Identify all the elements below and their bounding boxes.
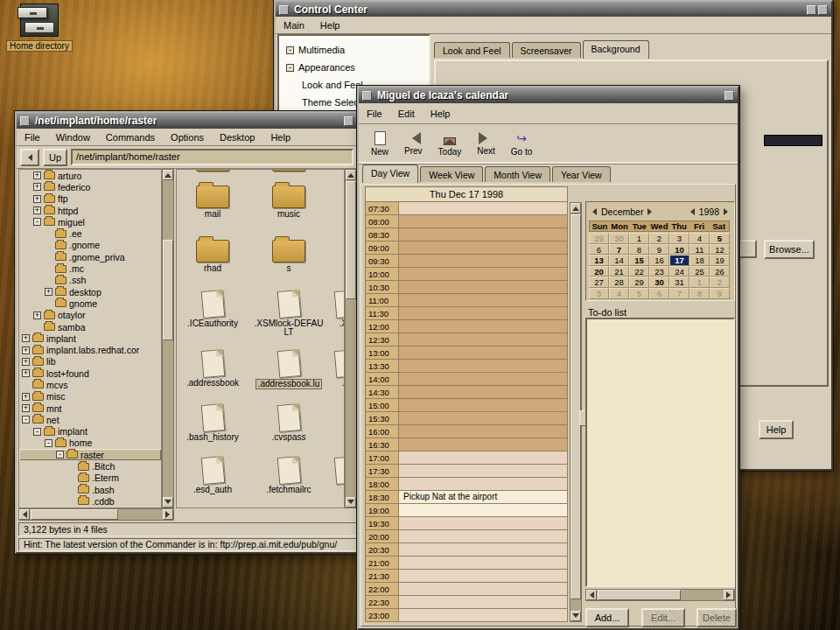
minical-day[interactable]: 19 bbox=[710, 255, 730, 266]
maximize-button[interactable] bbox=[818, 5, 828, 15]
file-icon-item[interactable]: .ICEauthority bbox=[178, 290, 248, 328]
expander-icon[interactable]: + bbox=[22, 358, 30, 366]
scroll-left-button[interactable] bbox=[586, 590, 597, 600]
tab-screensaver[interactable]: Screensaver bbox=[512, 42, 581, 58]
scroll-down-button[interactable] bbox=[163, 497, 173, 508]
tree-item[interactable]: +mnt bbox=[19, 402, 161, 414]
tree-item[interactable]: -miguel bbox=[19, 216, 161, 228]
toolbar-new-button[interactable]: New bbox=[368, 130, 392, 158]
minical-day[interactable]: 20 bbox=[589, 266, 609, 277]
tab-look-and-feel[interactable]: Look and Feel bbox=[434, 42, 510, 58]
tree-item[interactable]: -implant bbox=[19, 426, 161, 438]
tab-year-view[interactable]: Year View bbox=[552, 166, 611, 182]
time-slot[interactable] bbox=[399, 425, 568, 438]
minical-day[interactable]: 10 bbox=[669, 244, 690, 256]
time-slot[interactable] bbox=[399, 412, 568, 425]
scroll-down-button[interactable] bbox=[570, 611, 581, 621]
expander-icon[interactable]: + bbox=[22, 393, 30, 401]
time-slot[interactable] bbox=[399, 465, 568, 478]
tab-background[interactable]: Background bbox=[583, 40, 649, 59]
back-button[interactable] bbox=[20, 149, 39, 166]
tree-item[interactable]: +arturo bbox=[19, 170, 161, 181]
minical-day[interactable]: 16 bbox=[649, 255, 669, 266]
tree-item[interactable]: +desktop bbox=[19, 286, 161, 298]
minical-day[interactable]: 28 bbox=[609, 276, 629, 288]
toolbar-today-button[interactable]: Today bbox=[435, 130, 466, 158]
expander-icon[interactable]: + bbox=[33, 183, 41, 191]
minical-day[interactable]: 17 bbox=[669, 255, 690, 266]
minical-day[interactable]: 3 bbox=[669, 233, 690, 244]
time-slot[interactable] bbox=[399, 543, 568, 556]
tree-item[interactable]: .Eterm bbox=[19, 472, 161, 484]
menu-help[interactable]: Help bbox=[262, 130, 298, 144]
tree-item[interactable]: .gnome bbox=[19, 240, 161, 251]
menu-file[interactable]: File bbox=[17, 130, 48, 144]
tree-item[interactable]: .ssh bbox=[19, 275, 161, 286]
minical-day[interactable]: 3 bbox=[589, 288, 609, 299]
tree-item[interactable]: -raster bbox=[19, 449, 161, 460]
tree-scrollbar[interactable] bbox=[162, 169, 174, 508]
file-icon-item[interactable]: rhad bbox=[178, 240, 248, 273]
time-slot[interactable] bbox=[399, 333, 568, 346]
time-slot[interactable] bbox=[399, 570, 568, 583]
minical-day[interactable]: 7 bbox=[669, 288, 690, 299]
minical-day[interactable]: 1 bbox=[690, 276, 710, 288]
expander-icon[interactable]: - bbox=[286, 46, 294, 54]
minical-day[interactable]: 14 bbox=[609, 255, 629, 266]
tree-item[interactable]: +implant bbox=[19, 332, 161, 344]
time-slot[interactable] bbox=[399, 268, 568, 281]
scroll-down-button[interactable] bbox=[346, 497, 356, 508]
file-icon-item[interactable]: .a bbox=[311, 350, 345, 388]
time-slot[interactable] bbox=[399, 517, 568, 530]
minical-day[interactable]: 5 bbox=[710, 233, 730, 244]
expander-icon[interactable]: + bbox=[33, 195, 41, 203]
expander-icon[interactable]: + bbox=[22, 334, 30, 342]
time-slot[interactable] bbox=[399, 438, 568, 452]
control-center-titlebar[interactable]: Control Center bbox=[276, 2, 831, 18]
calendar-titlebar[interactable]: Miguel de Icaza's calendar bbox=[359, 88, 738, 103]
expander-icon[interactable]: + bbox=[33, 206, 41, 214]
menu-main[interactable]: Main bbox=[276, 18, 312, 32]
menu-help[interactable]: Help bbox=[423, 107, 458, 121]
file-icon-item[interactable] bbox=[254, 169, 324, 172]
scroll-up-button[interactable] bbox=[163, 170, 173, 180]
file-icon-item[interactable]: .bash_history bbox=[178, 404, 248, 442]
next-year-button[interactable] bbox=[721, 208, 732, 215]
time-slot[interactable] bbox=[399, 583, 568, 596]
tree-item[interactable]: .gnome_priva bbox=[19, 251, 161, 262]
expander-icon[interactable]: + bbox=[33, 312, 41, 319]
scrollbar-thumb[interactable] bbox=[570, 214, 581, 599]
time-slot[interactable] bbox=[399, 452, 568, 465]
minical-day[interactable]: 7 bbox=[609, 244, 629, 256]
tree-item[interactable]: +lib bbox=[19, 356, 161, 368]
tab-week-view[interactable]: Week View bbox=[420, 166, 483, 182]
time-slot[interactable] bbox=[399, 255, 568, 268]
edit-todo-button[interactable]: Edit... bbox=[641, 608, 685, 627]
menu-desktop[interactable]: Desktop bbox=[212, 130, 262, 144]
scroll-up-button[interactable] bbox=[346, 170, 356, 180]
file-icon-item[interactable]: music bbox=[254, 186, 324, 219]
cc-tree-item-multimedia[interactable]: -Multimedia bbox=[279, 41, 429, 59]
expander-icon[interactable]: + bbox=[45, 288, 52, 296]
tree-item[interactable]: +otaylor bbox=[19, 310, 161, 321]
time-slot[interactable] bbox=[399, 360, 568, 373]
scroll-right-button[interactable] bbox=[163, 509, 173, 520]
minical-day[interactable]: 8 bbox=[629, 244, 649, 256]
icon-pane-scrollbar[interactable] bbox=[345, 169, 357, 508]
color-picker-button[interactable] bbox=[739, 240, 757, 258]
tree-item[interactable]: +implant.labs.redhat.cor bbox=[19, 344, 161, 355]
tree-item[interactable]: +lost+found bbox=[19, 368, 161, 379]
menu-edit[interactable]: Edit bbox=[390, 107, 423, 121]
file-icon-item[interactable]: s bbox=[254, 240, 324, 273]
todo-horizontal-scrollbar[interactable] bbox=[585, 589, 735, 601]
minical-day[interactable]: 4 bbox=[690, 233, 710, 244]
minical-day[interactable]: 21 bbox=[609, 266, 629, 277]
close-button[interactable] bbox=[724, 91, 734, 101]
tree-item[interactable]: samba bbox=[19, 321, 161, 332]
time-slot[interactable] bbox=[399, 307, 568, 320]
expander-icon[interactable]: - bbox=[33, 218, 41, 226]
tree-item[interactable]: gnome bbox=[19, 298, 161, 309]
minical-day[interactable]: 30 bbox=[609, 233, 629, 244]
scroll-up-button[interactable] bbox=[570, 203, 581, 214]
tree-item[interactable]: +misc bbox=[19, 391, 161, 402]
